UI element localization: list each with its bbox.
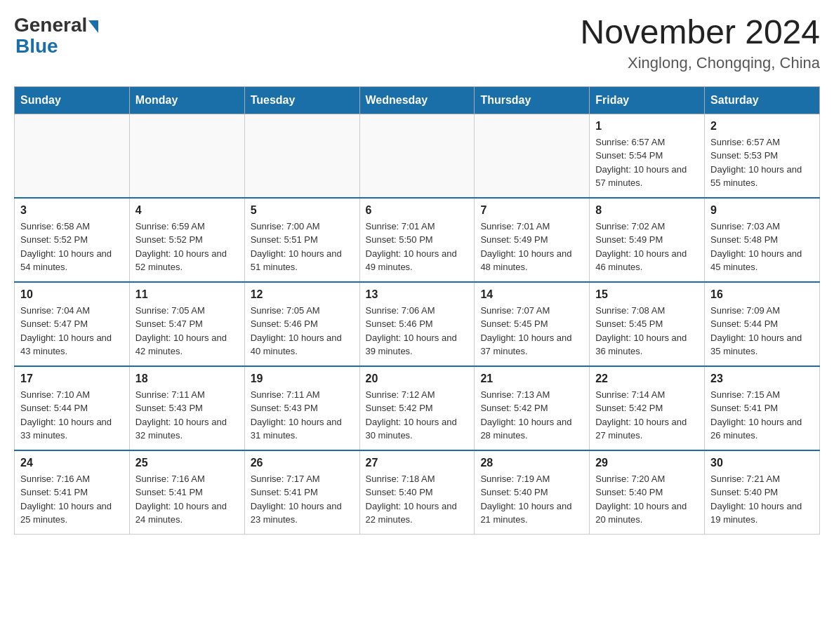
day-number: 29: [595, 457, 699, 469]
day-number: 30: [710, 457, 814, 469]
table-row: 28Sunrise: 7:19 AM Sunset: 5:40 PM Dayli…: [475, 450, 590, 535]
day-info: Sunrise: 6:59 AM Sunset: 5:52 PM Dayligh…: [135, 220, 239, 274]
day-number: 8: [595, 204, 699, 217]
day-number: 7: [480, 204, 583, 217]
day-number: 18: [135, 373, 239, 385]
day-info: Sunrise: 7:00 AM Sunset: 5:51 PM Dayligh…: [251, 220, 354, 274]
day-info: Sunrise: 6:57 AM Sunset: 5:54 PM Dayligh…: [595, 135, 699, 190]
table-row: 12Sunrise: 7:05 AM Sunset: 5:46 PM Dayli…: [244, 282, 359, 366]
day-number: 25: [135, 457, 239, 469]
table-row: 5Sunrise: 7:00 AM Sunset: 5:51 PM Daylig…: [244, 198, 359, 282]
logo-blue-text: Blue: [15, 35, 58, 58]
day-info: Sunrise: 7:04 AM Sunset: 5:47 PM Dayligh…: [20, 304, 124, 358]
table-row: 19Sunrise: 7:11 AM Sunset: 5:43 PM Dayli…: [244, 366, 359, 450]
day-info: Sunrise: 7:07 AM Sunset: 5:45 PM Dayligh…: [480, 304, 583, 358]
header-sunday: Sunday: [15, 86, 130, 114]
table-row: 1Sunrise: 6:57 AM Sunset: 5:54 PM Daylig…: [590, 114, 705, 198]
day-info: Sunrise: 7:12 AM Sunset: 5:42 PM Dayligh…: [366, 388, 469, 443]
table-row: [475, 114, 590, 198]
day-number: 11: [135, 288, 239, 301]
day-number: 22: [595, 373, 699, 385]
logo-arrow-icon: [88, 20, 98, 33]
day-number: 1: [595, 120, 699, 133]
day-info: Sunrise: 7:15 AM Sunset: 5:41 PM Dayligh…: [710, 388, 814, 443]
day-info: Sunrise: 7:19 AM Sunset: 5:40 PM Dayligh…: [480, 472, 583, 527]
table-row: 23Sunrise: 7:15 AM Sunset: 5:41 PM Dayli…: [705, 366, 820, 450]
table-row: 2Sunrise: 6:57 AM Sunset: 5:53 PM Daylig…: [705, 114, 820, 198]
day-info: Sunrise: 7:13 AM Sunset: 5:42 PM Dayligh…: [480, 388, 583, 443]
table-row: 22Sunrise: 7:14 AM Sunset: 5:42 PM Dayli…: [590, 366, 705, 450]
day-info: Sunrise: 7:05 AM Sunset: 5:47 PM Dayligh…: [135, 304, 239, 358]
day-info: Sunrise: 7:18 AM Sunset: 5:40 PM Dayligh…: [366, 472, 469, 527]
header-thursday: Thursday: [475, 86, 590, 114]
location-subtitle: Xinglong, Chongqing, China: [580, 54, 820, 72]
table-row: 17Sunrise: 7:10 AM Sunset: 5:44 PM Dayli…: [15, 366, 130, 450]
header-wednesday: Wednesday: [359, 86, 475, 114]
header-friday: Friday: [590, 86, 705, 114]
table-row: 10Sunrise: 7:04 AM Sunset: 5:47 PM Dayli…: [15, 282, 130, 366]
day-info: Sunrise: 7:16 AM Sunset: 5:41 PM Dayligh…: [135, 472, 239, 527]
table-row: 30Sunrise: 7:21 AM Sunset: 5:40 PM Dayli…: [705, 450, 820, 535]
table-row: 24Sunrise: 7:16 AM Sunset: 5:41 PM Dayli…: [15, 450, 130, 535]
day-info: Sunrise: 7:11 AM Sunset: 5:43 PM Dayligh…: [251, 388, 354, 443]
day-number: 23: [710, 373, 814, 385]
table-row: 9Sunrise: 7:03 AM Sunset: 5:48 PM Daylig…: [705, 198, 820, 282]
day-number: 10: [20, 288, 124, 301]
day-number: 2: [710, 120, 814, 133]
day-number: 4: [135, 204, 239, 217]
day-info: Sunrise: 7:11 AM Sunset: 5:43 PM Dayligh…: [135, 388, 239, 443]
weekday-header-row: Sunday Monday Tuesday Wednesday Thursday…: [15, 86, 820, 114]
calendar-week-row: 3Sunrise: 6:58 AM Sunset: 5:52 PM Daylig…: [15, 198, 820, 282]
table-row: [244, 114, 359, 198]
table-row: [359, 114, 475, 198]
day-number: 3: [20, 204, 124, 217]
table-row: 3Sunrise: 6:58 AM Sunset: 5:52 PM Daylig…: [15, 198, 130, 282]
calendar-week-row: 17Sunrise: 7:10 AM Sunset: 5:44 PM Dayli…: [15, 366, 820, 450]
table-row: 6Sunrise: 7:01 AM Sunset: 5:50 PM Daylig…: [359, 198, 475, 282]
calendar-week-row: 1Sunrise: 6:57 AM Sunset: 5:54 PM Daylig…: [15, 114, 820, 198]
day-number: 19: [251, 373, 354, 385]
month-year-title: November 2024: [580, 14, 820, 51]
header-tuesday: Tuesday: [244, 86, 359, 114]
table-row: 13Sunrise: 7:06 AM Sunset: 5:46 PM Dayli…: [359, 282, 475, 366]
day-number: 21: [480, 373, 583, 385]
day-info: Sunrise: 7:01 AM Sunset: 5:50 PM Dayligh…: [366, 220, 469, 274]
logo-general-text: General: [14, 14, 87, 36]
logo: General Blue: [14, 14, 98, 58]
table-row: 16Sunrise: 7:09 AM Sunset: 5:44 PM Dayli…: [705, 282, 820, 366]
header-monday: Monday: [129, 86, 244, 114]
page-header: General Blue November 2024 Xinglong, Cho…: [14, 14, 820, 72]
day-info: Sunrise: 7:16 AM Sunset: 5:41 PM Dayligh…: [20, 472, 124, 527]
table-row: 15Sunrise: 7:08 AM Sunset: 5:45 PM Dayli…: [590, 282, 705, 366]
day-info: Sunrise: 6:58 AM Sunset: 5:52 PM Dayligh…: [20, 220, 124, 274]
day-number: 9: [710, 204, 814, 217]
header-saturday: Saturday: [705, 86, 820, 114]
day-number: 12: [251, 288, 354, 301]
calendar-week-row: 10Sunrise: 7:04 AM Sunset: 5:47 PM Dayli…: [15, 282, 820, 366]
day-number: 28: [480, 457, 583, 469]
logo-text: General: [14, 14, 98, 36]
title-block: November 2024 Xinglong, Chongqing, China: [580, 14, 820, 72]
day-number: 14: [480, 288, 583, 301]
table-row: 21Sunrise: 7:13 AM Sunset: 5:42 PM Dayli…: [475, 366, 590, 450]
table-row: 26Sunrise: 7:17 AM Sunset: 5:41 PM Dayli…: [244, 450, 359, 535]
day-number: 15: [595, 288, 699, 301]
day-number: 13: [366, 288, 469, 301]
day-info: Sunrise: 7:10 AM Sunset: 5:44 PM Dayligh…: [20, 388, 124, 443]
day-info: Sunrise: 7:21 AM Sunset: 5:40 PM Dayligh…: [710, 472, 814, 527]
day-info: Sunrise: 7:20 AM Sunset: 5:40 PM Dayligh…: [595, 472, 699, 527]
day-number: 17: [20, 373, 124, 385]
calendar-table: Sunday Monday Tuesday Wednesday Thursday…: [14, 86, 820, 535]
day-number: 16: [710, 288, 814, 301]
table-row: 29Sunrise: 7:20 AM Sunset: 5:40 PM Dayli…: [590, 450, 705, 535]
day-info: Sunrise: 7:03 AM Sunset: 5:48 PM Dayligh…: [710, 220, 814, 274]
table-row: 18Sunrise: 7:11 AM Sunset: 5:43 PM Dayli…: [129, 366, 244, 450]
table-row: 4Sunrise: 6:59 AM Sunset: 5:52 PM Daylig…: [129, 198, 244, 282]
day-info: Sunrise: 7:17 AM Sunset: 5:41 PM Dayligh…: [251, 472, 354, 527]
table-row: 7Sunrise: 7:01 AM Sunset: 5:49 PM Daylig…: [475, 198, 590, 282]
day-number: 6: [366, 204, 469, 217]
table-row: 25Sunrise: 7:16 AM Sunset: 5:41 PM Dayli…: [129, 450, 244, 535]
calendar-week-row: 24Sunrise: 7:16 AM Sunset: 5:41 PM Dayli…: [15, 450, 820, 535]
table-row: 8Sunrise: 7:02 AM Sunset: 5:49 PM Daylig…: [590, 198, 705, 282]
day-number: 5: [251, 204, 354, 217]
